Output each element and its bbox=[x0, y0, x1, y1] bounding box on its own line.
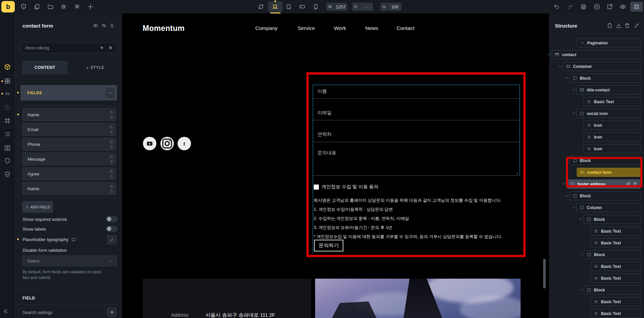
structure-row-block[interactable]: Block bbox=[583, 250, 641, 259]
delete-icon[interactable] bbox=[624, 23, 630, 29]
site-logo[interactable]: Momentum bbox=[143, 24, 185, 33]
structure-row-icon[interactable]: Icon bbox=[583, 144, 641, 153]
fields-accordion[interactable]: FIELDS bbox=[21, 85, 117, 101]
width-value[interactable]: 1257 bbox=[334, 3, 347, 11]
tab-content[interactable]: CONTENT bbox=[22, 61, 68, 74]
search-settings-label[interactable]: Search settings bbox=[23, 310, 53, 315]
shield-icon[interactable] bbox=[4, 158, 11, 164]
user-icon[interactable] bbox=[109, 23, 115, 28]
copy-icon[interactable] bbox=[110, 125, 113, 129]
structure-row-block[interactable]: Block bbox=[583, 215, 641, 224]
structure-row-block[interactable]: Block bbox=[569, 74, 641, 83]
nav-item-company[interactable]: Company bbox=[255, 25, 277, 31]
copy-icon[interactable] bbox=[110, 140, 113, 144]
trash-icon[interactable] bbox=[110, 160, 113, 164]
reload-icon[interactable] bbox=[258, 3, 264, 10]
cursor-icon[interactable] bbox=[100, 45, 105, 50]
trash-icon[interactable] bbox=[110, 116, 113, 119]
show-required-toggle[interactable] bbox=[106, 216, 117, 222]
menu-list-icon[interactable] bbox=[4, 131, 11, 137]
element-id-input[interactable]: #brxe-ndkcdg b bbox=[21, 43, 117, 53]
save-icon[interactable] bbox=[633, 3, 640, 10]
validation-select[interactable]: Select bbox=[22, 255, 117, 266]
chevron-down-icon[interactable] bbox=[558, 64, 562, 68]
show-labels-toggle[interactable] bbox=[106, 226, 117, 232]
copy-icon[interactable] bbox=[110, 170, 113, 173]
chevron-down-icon[interactable] bbox=[579, 288, 583, 292]
settings-icon[interactable] bbox=[60, 3, 67, 10]
collapse-left-icon[interactable] bbox=[3, 309, 8, 314]
structure-row-pagination[interactable]: Pagination bbox=[577, 38, 641, 47]
canvas-scrollbar[interactable] bbox=[543, 259, 546, 288]
chevron-down-icon[interactable] bbox=[572, 88, 576, 92]
instagram-icon[interactable] bbox=[160, 137, 174, 150]
folder-icon[interactable] bbox=[47, 3, 54, 10]
facebook-icon[interactable]: f bbox=[178, 137, 191, 150]
clipboard-icon[interactable] bbox=[607, 23, 613, 29]
structure-row-icon[interactable]: Icon bbox=[583, 121, 641, 130]
chevron-down-icon[interactable] bbox=[572, 111, 576, 115]
redo-icon[interactable] bbox=[567, 3, 573, 10]
structure-row-title-contact[interactable]: title-contact bbox=[576, 85, 641, 94]
keyboard-shortcuts-icon[interactable]: ⌘ bbox=[74, 3, 80, 10]
eye-icon[interactable] bbox=[93, 23, 98, 28]
pages-icon[interactable] bbox=[34, 3, 40, 10]
structure-row-basic-text[interactable]: Basic Text bbox=[591, 297, 641, 306]
chevron-down-icon[interactable] bbox=[565, 194, 569, 198]
structure-row-basic-text[interactable]: Basic Text bbox=[591, 274, 641, 283]
chevron-down-icon[interactable] bbox=[579, 252, 583, 256]
chevron-down-icon[interactable] bbox=[106, 88, 115, 98]
desktop-icon[interactable] bbox=[272, 3, 278, 10]
badge-icon[interactable] bbox=[4, 171, 11, 178]
nav-item-service[interactable]: Service bbox=[298, 25, 315, 31]
structure-row-basic-text[interactable]: Basic Text bbox=[591, 227, 641, 236]
nav-item-work[interactable]: Work bbox=[334, 25, 346, 31]
add-element-icon[interactable] bbox=[87, 3, 94, 10]
trash-icon[interactable] bbox=[110, 175, 113, 178]
typography-icon[interactable]: Aa bbox=[4, 90, 11, 97]
structure-row-column[interactable]: Column bbox=[576, 203, 641, 212]
columns-icon[interactable] bbox=[4, 145, 11, 151]
form-field-row[interactable]: Phone bbox=[22, 138, 116, 151]
elements-icon[interactable] bbox=[4, 64, 11, 70]
collapse-panel-icon[interactable] bbox=[634, 23, 640, 29]
youtube-icon[interactable] bbox=[143, 137, 156, 150]
form-field-row[interactable]: Message bbox=[22, 153, 116, 165]
phone-landscape-icon[interactable] bbox=[299, 3, 306, 10]
sliders-icon[interactable] bbox=[101, 23, 107, 28]
canvas-height-control[interactable]: H - bbox=[352, 3, 373, 11]
tablet-icon[interactable] bbox=[285, 3, 292, 10]
structure-row-basic-text[interactable]: Basic Text bbox=[591, 238, 641, 247]
wordpress-icon[interactable]: W bbox=[594, 3, 600, 10]
copy-icon[interactable] bbox=[110, 111, 113, 114]
copy-icon[interactable] bbox=[110, 155, 113, 159]
form-field-row[interactable]: Name bbox=[22, 108, 116, 121]
form-field-row[interactable]: Name bbox=[22, 182, 116, 195]
bricks-logo[interactable]: b bbox=[1, 1, 15, 12]
form-field-row[interactable]: Email bbox=[22, 123, 116, 136]
settings-gear-button[interactable] bbox=[107, 308, 117, 317]
preview-icon[interactable] bbox=[619, 3, 626, 10]
canvas-width-control[interactable]: W 1257 bbox=[326, 3, 347, 11]
open-site-icon[interactable] bbox=[606, 3, 613, 10]
height-value[interactable]: - bbox=[359, 3, 373, 11]
nav-item-contact[interactable]: Contact bbox=[396, 25, 414, 31]
copy-icon[interactable] bbox=[110, 185, 113, 188]
shield-version-icon[interactable]: 3 bbox=[20, 3, 27, 10]
zoom-value[interactable]: 100 bbox=[388, 3, 402, 11]
chevron-down-icon[interactable] bbox=[579, 217, 583, 221]
trash-icon[interactable] bbox=[110, 190, 113, 193]
revisions-icon[interactable] bbox=[580, 3, 587, 10]
trash-icon[interactable] bbox=[110, 130, 113, 134]
b-badge[interactable]: b bbox=[109, 45, 112, 50]
edit-typography-button[interactable] bbox=[107, 235, 117, 244]
structure-row-container[interactable]: Container bbox=[563, 62, 641, 71]
structure-row-basic-text[interactable]: Basic Text bbox=[591, 262, 641, 271]
chevron-down-icon[interactable] bbox=[565, 76, 569, 80]
structure-row-basic-text[interactable]: Basic Text bbox=[591, 309, 641, 318]
frame-icon[interactable] bbox=[4, 117, 11, 124]
import-icon[interactable] bbox=[616, 23, 622, 29]
trash-icon[interactable] bbox=[110, 145, 113, 149]
structure-row-block[interactable]: Block bbox=[583, 285, 641, 294]
components-icon[interactable] bbox=[4, 104, 11, 111]
